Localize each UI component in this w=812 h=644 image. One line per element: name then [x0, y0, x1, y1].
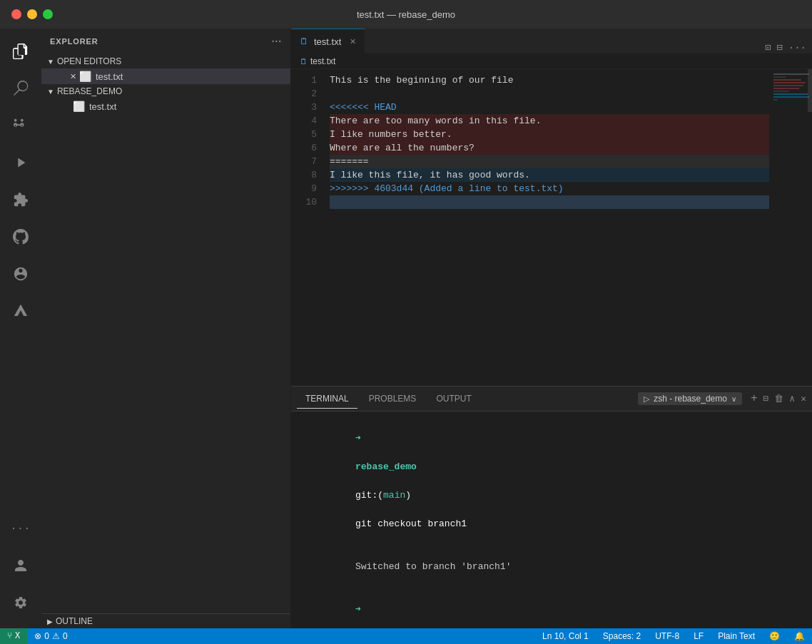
editor-content[interactable]: This is the beginning of our file <<<<<<…: [327, 69, 769, 386]
feedback-icon: 🙂: [769, 631, 780, 641]
tab-problems[interactable]: PROBLEMS: [360, 389, 425, 409]
sidebar-filename: test.txt: [89, 101, 116, 112]
sidebar: EXPLORER ··· ▼ OPEN EDITORS ✕ ⬜ test.txt…: [41, 29, 291, 628]
indent-item[interactable]: Spaces: 2: [596, 628, 648, 644]
editor-area: 1 2 3 4 5 6 7 8 9 10 This is the beginni…: [291, 69, 812, 386]
cursor-position-item[interactable]: Ln 10, Col 1: [535, 628, 596, 644]
panel: TERMINAL PROBLEMS OUTPUT ▷ zsh - rebase_…: [291, 386, 812, 628]
terminal-session-name: zsh - rebase_demo: [654, 394, 727, 404]
explorer-actions: ···: [272, 36, 282, 47]
t-space3: [355, 504, 361, 515]
tab-terminal[interactable]: TERMINAL: [297, 389, 357, 409]
tab-output[interactable]: OUTPUT: [427, 389, 479, 409]
explorer-header: EXPLORER ···: [41, 29, 290, 54]
svg-marker-0: [14, 305, 27, 316]
panel-tab-bar: TERMINAL PROBLEMS OUTPUT ▷ zsh - rebase_…: [291, 387, 812, 412]
breadcrumb-path: test.txt: [310, 56, 335, 66]
warning-icon: ⚠: [52, 631, 60, 641]
main-area: 🗒 test.txt ✕ ⊡ ⊟ ··· 🗒 test.txt 1 2 3 4 …: [291, 29, 812, 628]
encoding-item[interactable]: UTF-8: [648, 628, 686, 644]
rebase-demo-section[interactable]: ▼ REBASE_DEMO: [41, 84, 290, 98]
git-close-1: ): [405, 490, 411, 501]
chevron-down-icon: ▼: [47, 58, 54, 66]
new-file-icon[interactable]: ···: [272, 36, 282, 47]
status-branch-label: X: [15, 631, 20, 641]
titlebar: test.txt — rebase_demo: [0, 0, 812, 29]
language-mode-item[interactable]: Plain Text: [711, 628, 762, 644]
minimize-button[interactable]: [27, 9, 37, 19]
tab-test-txt[interactable]: 🗒 test.txt ✕: [291, 29, 365, 53]
settings-icon[interactable]: [4, 586, 38, 620]
branch-icon: ⑂: [7, 631, 12, 641]
dirname-1: rebase_demo: [355, 461, 417, 472]
tab-label: test.txt: [314, 36, 341, 47]
branch-1: main: [383, 490, 405, 501]
open-editors-label: OPEN EDITORS: [57, 56, 121, 66]
panel-actions: ▷ zsh - rebase_demo ∨ + ⊟ 🗑 ∧ ✕: [638, 392, 806, 405]
kill-terminal-icon[interactable]: 🗑: [774, 394, 783, 404]
line-numbers: 1 2 3 4 5 6 7 8 9 10: [291, 69, 327, 386]
close-editor-icon[interactable]: ✕: [70, 72, 76, 81]
open-editor-filename: test.txt: [96, 71, 123, 82]
sidebar-item-search[interactable]: [4, 71, 38, 106]
tab-file-icon: 🗒: [300, 36, 308, 46]
tab-bar: 🗒 test.txt ✕ ⊡ ⊟ ···: [291, 29, 812, 53]
line-ending-item[interactable]: LF: [686, 628, 711, 644]
terminal-content[interactable]: ➜ rebase_demo git:(main) git checkout br…: [291, 412, 812, 628]
editor-line-9: >>>>>>> 4603d44 (Added a line to test.tx…: [330, 182, 769, 195]
notification-bell-item[interactable]: 🔔: [787, 628, 812, 644]
split-terminal-icon[interactable]: ⊟: [763, 393, 769, 404]
cursor-pos-label: Ln 10, Col 1: [542, 631, 589, 641]
editor-line-3: <<<<<<< HEAD: [330, 101, 769, 114]
minimap: [769, 69, 812, 386]
branch-status[interactable]: ⑂ X: [0, 628, 27, 644]
explorer-title: EXPLORER: [50, 37, 98, 46]
maximize-panel-icon[interactable]: ∧: [789, 393, 795, 404]
more-dots-icon[interactable]: ···: [4, 511, 38, 546]
open-editor-item-test-txt[interactable]: ✕ ⬜ test.txt: [41, 68, 290, 84]
terminal-dropdown-icon[interactable]: ∨: [731, 395, 736, 403]
feedback-icon-item[interactable]: 🙂: [762, 628, 787, 644]
warning-count: 0: [63, 631, 68, 641]
chevron-down-icon-2: ▼: [47, 88, 54, 96]
cmd-1: git checkout branch1: [355, 518, 467, 529]
breadcrumb: 🗒 test.txt: [291, 53, 812, 69]
error-status[interactable]: ⊗ 0 ⚠ 0: [27, 628, 74, 644]
terminal-session-label[interactable]: ▷ zsh - rebase_demo ∨: [638, 392, 742, 405]
outline-section[interactable]: ▶ OUTLINE: [41, 613, 290, 628]
sidebar-item-azure[interactable]: [4, 294, 38, 328]
sidebar-item-github[interactable]: [4, 220, 38, 254]
open-editors-section[interactable]: ▼ OPEN EDITORS: [41, 54, 290, 68]
terminal-label-icon: ▷: [644, 394, 649, 404]
sidebar-item-run[interactable]: [4, 145, 38, 180]
notification-bell-icon: 🔔: [794, 631, 805, 641]
sidebar-item-extensions[interactable]: [4, 183, 38, 217]
editor-line-8: I like this file, it has good words.: [330, 168, 769, 182]
sidebar-item-explorer[interactable]: [4, 34, 38, 68]
line-ending-label: LF: [694, 631, 704, 641]
account-icon[interactable]: [4, 548, 38, 583]
close-panel-icon[interactable]: ✕: [801, 393, 806, 404]
more-actions-icon[interactable]: ···: [788, 42, 806, 53]
t-space2: [355, 476, 361, 486]
language-mode-label: Plain Text: [718, 631, 755, 641]
sidebar-item-remote[interactable]: [4, 257, 38, 291]
editor-layout-icon[interactable]: ⊟: [776, 41, 782, 53]
error-icon: ⊗: [34, 631, 41, 641]
terminal-line-2: Switched to branch 'branch1': [300, 546, 803, 588]
maximize-button[interactable]: [43, 9, 53, 19]
status-bar: ⑂ X ⊗ 0 ⚠ 0 Ln 10, Col 1 Spaces: 2 UTF-8…: [0, 628, 812, 644]
t-space: [355, 447, 367, 458]
editor-line-2: [330, 87, 769, 101]
file-text-icon: ⬜: [79, 71, 91, 82]
split-editor-icon[interactable]: ⊡: [765, 41, 771, 53]
output-2: Switched to branch 'branch1': [355, 561, 511, 572]
editor-line-1: This is the beginning of our file: [330, 73, 769, 87]
sidebar-file-test-txt[interactable]: ⬜ test.txt: [41, 98, 290, 114]
sidebar-item-source-control[interactable]: [4, 108, 38, 143]
encoding-label: UTF-8: [655, 631, 679, 641]
rebase-demo-label: REBASE_DEMO: [57, 86, 122, 96]
tab-close-icon[interactable]: ✕: [350, 37, 356, 46]
new-terminal-icon[interactable]: +: [751, 392, 758, 405]
close-button[interactable]: [11, 9, 21, 19]
